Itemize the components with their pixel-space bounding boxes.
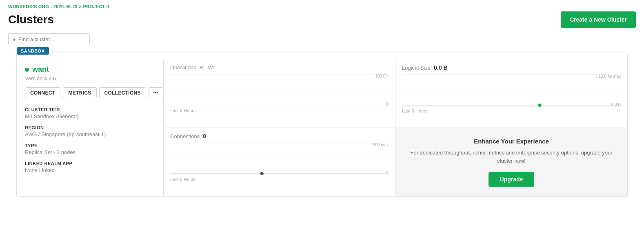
realm-label: LINKED REALM APP [25,161,155,166]
connections-value: 0 [203,133,206,139]
tier-label: CLUSTER TIER [25,107,155,112]
operations-chart-area: 100.0/s 0 [170,74,389,106]
type-value: Replica Set - 3 nodes [25,149,155,155]
ops-max-label: 100.0/s [375,74,389,78]
search-bar[interactable]: ● [8,33,90,45]
ops-zero-label: 0 [386,102,389,106]
more-button[interactable]: ••• [149,87,163,98]
sandbox-badge: SANDBOX [17,47,49,55]
charts-area: Operations R: W: 100.0/s 0 Last 6 Hour [164,60,627,196]
logical-zero-label: 0.0 B [611,102,621,107]
cluster-region-section: REGION AWS / Singapore (ap-southeast-1) [25,125,155,137]
search-icon: ● [13,36,16,42]
operations-label: Operations [170,64,196,71]
logical-size-value: 0.0 B [434,64,447,71]
svg-point-7 [538,104,542,107]
cluster-info-panel: want Version 4.2.6 CONNECT METRICS COLLE… [17,60,164,196]
logical-max-label: 512.0 Mi max [596,74,621,79]
connections-chart-area: 500 max 0 [170,143,389,175]
r-label: R: [200,64,205,71]
logical-size-chart-area: 512.0 Mi max 0.0 B [402,74,621,107]
page-title: Clusters [8,13,54,26]
search-input[interactable] [18,36,85,42]
cluster-realm-section: LINKED REALM APP None Linked [25,161,155,173]
region-label: REGION [25,125,155,130]
breadcrumb: WONSEOK'S ORG - 2020-06-23 > PROJECT 0 [8,4,109,9]
type-label: TYPE [25,143,155,148]
connections-svg [170,143,389,175]
logical-size-label: Logical Size [402,65,431,71]
cluster-version: Version 4.2.6 [25,75,155,82]
connections-zero-label: 0 [386,171,389,175]
logical-size-footer: Last 6 Hours [402,108,621,113]
cluster-card: SANDBOX want Version 4.2.6 CONNECT METRI… [16,53,628,197]
cluster-actions: CONNECT METRICS COLLECTIONS ••• [25,87,155,98]
cluster-type-section: TYPE Replica Set - 3 nodes [25,143,155,155]
cluster-name: want [32,65,49,74]
connect-button[interactable]: CONNECT [25,87,60,98]
operations-footer: Last 6 Hours [170,108,389,113]
status-indicator [25,68,29,72]
logical-size-chart-panel: Logical Size 0.0 B 512.0 Mi max [395,60,627,128]
logical-size-svg [402,74,621,107]
metrics-button[interactable]: METRICS [63,87,96,98]
region-value: AWS / Singapore (ap-southeast-1) [25,131,155,137]
cluster-tier-section: CLUSTER TIER M0 Sandbox (General) [25,107,155,119]
collections-button[interactable]: COLLECTIONS [99,87,146,98]
create-cluster-button[interactable]: Create a New Cluster [561,11,636,28]
realm-value: None Linked [25,167,155,173]
enhance-description: For dedicated throughput, richer metrics… [405,149,617,165]
connections-label: Connections [170,133,200,139]
connections-max-label: 500 max [373,143,389,147]
connections-chart-panel: Connections 0 500 max 0 [164,128,395,196]
enhance-panel: Enhance Your Experience For dedicated th… [395,128,627,196]
operations-svg [170,74,389,106]
w-label: W: [208,64,215,71]
connections-footer: Last 6 Hours [170,177,389,182]
svg-point-12 [260,172,264,175]
tier-value: M0 Sandbox (General) [25,113,155,119]
upgrade-button[interactable]: Upgrade [489,172,535,187]
enhance-title: Enhance Your Experience [474,138,549,145]
operations-chart-panel: Operations R: W: 100.0/s 0 Last 6 Hour [164,60,395,128]
